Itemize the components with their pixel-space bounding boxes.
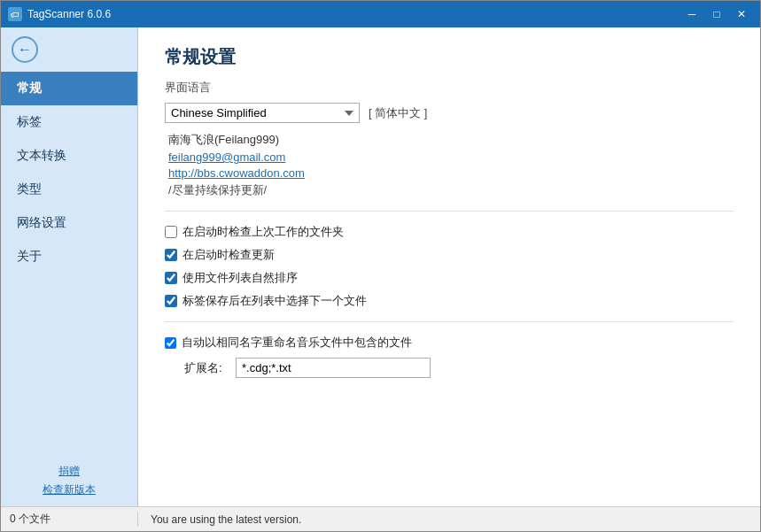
locale-label: [ 简体中文 ] bbox=[369, 105, 427, 121]
sidebar-item-tags[interactable]: 标签 bbox=[1, 105, 137, 139]
status-bar: 0 个文件 You are using the latest version. bbox=[1, 506, 760, 531]
extension-row: 扩展名: bbox=[184, 358, 734, 378]
checkbox-group: 在启动时检查上次工作的文件夹 在启动时检查更新 使用文件列表自然排序 标签保存后… bbox=[165, 224, 734, 309]
checkbox-label-0: 在启动时检查上次工作的文件夹 bbox=[182, 224, 344, 240]
sidebar-item-types[interactable]: 类型 bbox=[1, 173, 137, 206]
app-icon: 🏷 bbox=[8, 7, 22, 21]
close-button[interactable]: ✕ bbox=[730, 5, 753, 23]
content-area: ← 常规 标签 文本转换 类型 网络设置 关于 bbox=[1, 27, 760, 506]
ext-label: 扩展名: bbox=[184, 360, 229, 376]
checkbox-row-0[interactable]: 在启动时检查上次工作的文件夹 bbox=[165, 224, 734, 240]
back-arrow-icon[interactable]: ← bbox=[12, 36, 38, 63]
app-window: 🏷 TagScanner 6.0.6 ─ □ ✕ ← 常规 标签 文本转 bbox=[0, 0, 761, 532]
donate-link[interactable]: 捐赠 bbox=[58, 464, 80, 479]
maximize-button[interactable]: □ bbox=[705, 5, 728, 23]
app-title: TagScanner 6.0.6 bbox=[27, 8, 111, 20]
title-bar: 🏷 TagScanner 6.0.6 ─ □ ✕ bbox=[1, 1, 760, 27]
checkbox-natural-sort[interactable] bbox=[165, 272, 177, 284]
language-section-title: 界面语言 bbox=[165, 80, 734, 96]
translator-note: /尽量持续保持更新/ bbox=[168, 182, 734, 198]
translator-name: 南海飞浪(Feilang999) bbox=[168, 132, 734, 148]
sidebar-item-text-conversion[interactable]: 文本转换 bbox=[1, 139, 137, 173]
auto-rename-label: 自动以相同名字重命名音乐文件中包含的文件 bbox=[182, 335, 412, 351]
checkbox-label-1: 在启动时检查更新 bbox=[182, 247, 275, 263]
checkbox-last-folder[interactable] bbox=[165, 226, 177, 238]
divider-1 bbox=[165, 211, 734, 212]
language-select[interactable]: Chinese Simplified English Russian Germa… bbox=[165, 103, 360, 123]
checkbox-auto-rename[interactable] bbox=[165, 337, 176, 349]
checkbox-label-2: 使用文件列表自然排序 bbox=[182, 270, 298, 286]
back-button[interactable]: ← bbox=[1, 27, 137, 72]
status-message: You are using the latest version. bbox=[138, 513, 760, 526]
checkbox-label-3: 标签保存后在列表中选择下一个文件 bbox=[182, 293, 367, 309]
sidebar: ← 常规 标签 文本转换 类型 网络设置 关于 bbox=[1, 27, 138, 506]
file-count: 0 个文件 bbox=[1, 512, 138, 527]
translator-email-link[interactable]: feilang999@gmail.com bbox=[168, 150, 734, 164]
sidebar-footer: 捐赠 检查新版本 bbox=[1, 455, 137, 506]
check-updates-link[interactable]: 检查新版本 bbox=[43, 482, 96, 497]
checkbox-row-1[interactable]: 在启动时检查更新 bbox=[165, 247, 734, 263]
auto-rename-row[interactable]: 自动以相同名字重命名音乐文件中包含的文件 bbox=[165, 335, 734, 351]
checkbox-check-updates[interactable] bbox=[165, 249, 177, 261]
ext-input[interactable] bbox=[236, 358, 431, 378]
minimize-button[interactable]: ─ bbox=[680, 5, 703, 23]
sidebar-item-about[interactable]: 关于 bbox=[1, 240, 137, 274]
sidebar-item-network[interactable]: 网络设置 bbox=[1, 206, 137, 240]
checkbox-select-next[interactable] bbox=[165, 295, 177, 307]
translator-info: 南海飞浪(Feilang999) feilang999@gmail.com ht… bbox=[168, 132, 734, 198]
window-controls: ─ □ ✕ bbox=[680, 5, 753, 23]
title-bar-left: 🏷 TagScanner 6.0.6 bbox=[8, 7, 111, 21]
divider-2 bbox=[165, 321, 734, 322]
sidebar-nav: 常规 标签 文本转换 类型 网络设置 关于 bbox=[1, 72, 137, 455]
translator-url-link[interactable]: http://bbs.cwowaddon.com bbox=[168, 166, 734, 180]
sidebar-item-general[interactable]: 常规 bbox=[1, 72, 137, 105]
checkbox-row-3[interactable]: 标签保存后在列表中选择下一个文件 bbox=[165, 293, 734, 309]
auto-rename-section: 自动以相同名字重命名音乐文件中包含的文件 扩展名: bbox=[165, 335, 734, 378]
language-row: Chinese Simplified English Russian Germa… bbox=[165, 103, 734, 123]
main-panel: 常规设置 界面语言 Chinese Simplified English Rus… bbox=[138, 27, 760, 506]
page-title: 常规设置 bbox=[165, 45, 734, 69]
checkbox-row-2[interactable]: 使用文件列表自然排序 bbox=[165, 270, 734, 286]
